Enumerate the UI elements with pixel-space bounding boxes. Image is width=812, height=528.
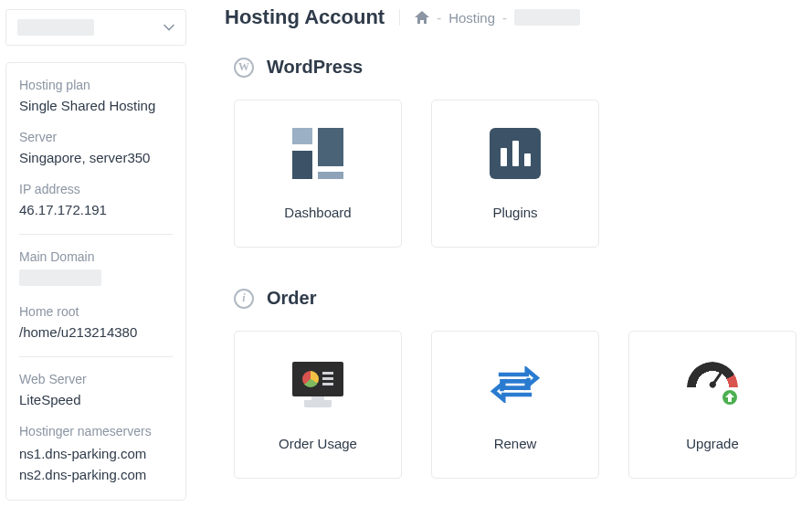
breadcrumb-hosting[interactable]: Hosting: [448, 10, 495, 26]
section-head-order: i Order: [234, 288, 803, 309]
account-select-value: [17, 19, 94, 36]
order-usage-icon: [292, 359, 343, 410]
ip-value: 46.17.172.191: [19, 202, 173, 217]
card-label: Plugins: [492, 205, 537, 220]
web-server-value: LiteSpeed: [19, 392, 173, 407]
section-head-wordpress: W WordPress: [234, 57, 803, 78]
card-order-usage[interactable]: Order Usage: [234, 331, 402, 479]
server-value: Singapore, server350: [19, 150, 173, 165]
section-title-order: Order: [267, 288, 316, 309]
hosting-plan-value: Single Shared Hosting: [19, 98, 173, 113]
order-cards: Order Usage Renew: [234, 331, 803, 479]
card-label: Renew: [494, 436, 537, 451]
home-icon[interactable]: [415, 11, 429, 24]
account-select[interactable]: [5, 9, 186, 46]
breadcrumb-current: [514, 9, 580, 26]
arrow-up-icon: [720, 387, 740, 407]
nameserver-2: ns2.dns-parking.com: [19, 465, 173, 486]
divider: [19, 356, 173, 357]
card-upgrade[interactable]: Upgrade: [628, 331, 796, 479]
card-label: Dashboard: [284, 205, 351, 220]
wordpress-icon: W: [234, 58, 254, 78]
home-root-label: Home root: [19, 304, 173, 319]
card-dashboard[interactable]: Dashboard: [234, 100, 402, 248]
chevron-down-icon: [163, 22, 174, 33]
card-plugins[interactable]: Plugins: [431, 100, 599, 248]
hosting-plan-label: Hosting plan: [19, 78, 173, 92]
breadcrumb-separator: -: [437, 10, 441, 26]
wordpress-cards: Dashboard Plugins: [234, 100, 803, 248]
sidebar: Hosting plan Single Shared Hosting Serve…: [0, 0, 192, 528]
page-title: Hosting Account: [225, 5, 385, 29]
ip-label: IP address: [19, 182, 173, 196]
main-domain-label: Main Domain: [19, 249, 173, 264]
section-title-wordpress: WordPress: [267, 57, 363, 78]
info-icon: i: [234, 289, 254, 309]
dashboard-icon: [292, 128, 343, 179]
main-content: Hosting Account - Hosting - W WordPress: [192, 0, 812, 528]
breadcrumb: - Hosting -: [399, 9, 580, 26]
breadcrumb-separator: -: [502, 10, 507, 26]
main-domain-value: [19, 269, 101, 286]
home-root-value: /home/u213214380: [19, 324, 173, 340]
web-server-label: Web Server: [19, 372, 173, 386]
divider: [19, 234, 173, 235]
server-label: Server: [19, 130, 173, 144]
card-label: Order Usage: [279, 436, 357, 451]
page-header: Hosting Account - Hosting -: [225, 5, 803, 29]
renew-icon: [490, 359, 541, 410]
upgrade-icon: [687, 359, 738, 410]
nameservers-label: Hostinger nameservers: [19, 424, 173, 438]
plugins-icon: [490, 128, 541, 179]
account-info-panel: Hosting plan Single Shared Hosting Serve…: [5, 62, 186, 501]
card-label: Upgrade: [686, 436, 739, 451]
card-renew[interactable]: Renew: [431, 331, 599, 479]
nameserver-1: ns1.dns-parking.com: [19, 444, 173, 465]
